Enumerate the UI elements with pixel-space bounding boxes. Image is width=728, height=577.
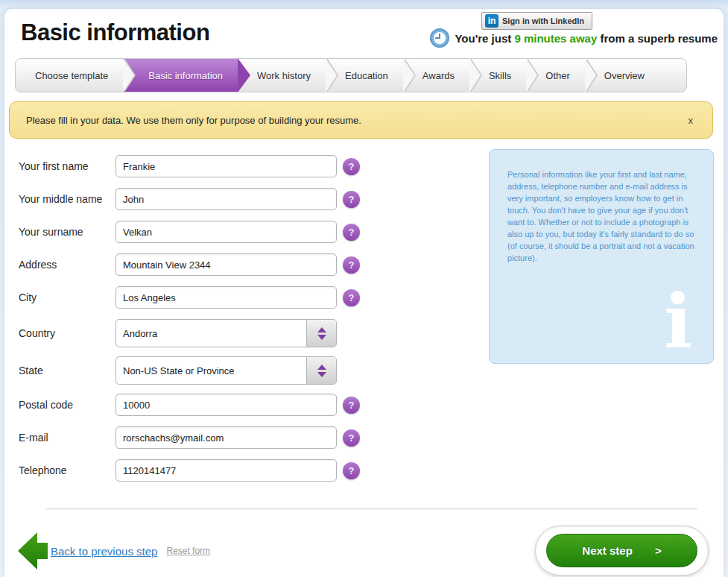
chevron-up-icon <box>317 327 326 332</box>
postal-code-label: Postal code <box>19 399 115 411</box>
form-row: Address ? <box>19 253 376 276</box>
minutes-highlight: 9 minutes away <box>514 32 597 45</box>
chevron-up-icon <box>317 365 326 370</box>
linkedin-signin-button[interactable]: in Sign in with LinkedIn <box>481 12 592 30</box>
email-label: E-mail <box>19 432 115 444</box>
first-name-label: Your first name <box>19 160 115 172</box>
form-row: Your surname ? <box>19 221 376 243</box>
info-panel-text: Personal information like your first and… <box>507 169 695 265</box>
surname-field[interactable] <box>115 221 337 243</box>
surname-label: Your surname <box>19 226 115 238</box>
help-icon[interactable]: ? <box>343 289 360 306</box>
next-step-label: Next step <box>582 544 633 557</box>
help-icon[interactable]: ? <box>343 191 360 208</box>
time-tagline: You're just 9 minutes away from a superb… <box>430 28 718 48</box>
notice-bar: Please fill in your data. We use them on… <box>9 101 713 139</box>
page-title: Basic information <box>21 19 209 46</box>
info-panel: Personal information like your first and… <box>489 149 714 364</box>
postal-code-field[interactable] <box>115 394 337 416</box>
help-icon[interactable]: ? <box>343 397 360 414</box>
help-icon[interactable]: ? <box>343 462 360 479</box>
notice-text: Please fill in your data. We use them on… <box>26 115 686 126</box>
clock-icon <box>430 28 449 48</box>
info-icon: i <box>664 284 692 359</box>
form-row: City ? <box>19 286 376 309</box>
middle-name-label: Your middle name <box>19 193 115 205</box>
telephone-label: Telephone <box>19 464 115 476</box>
help-icon[interactable]: ? <box>343 429 360 447</box>
next-arrow-icon: > <box>655 544 662 557</box>
city-field[interactable] <box>115 286 337 309</box>
form-row: Country Andorra <box>19 319 376 347</box>
main-panel: Basic information in Sign in with Linked… <box>4 9 724 577</box>
form-row: E-mail ? <box>19 426 376 449</box>
chevron-down-icon <box>317 372 326 377</box>
linkedin-signin-label: Sign in with LinkedIn <box>502 16 584 25</box>
first-name-field[interactable] <box>115 155 337 177</box>
help-icon[interactable]: ? <box>343 224 360 241</box>
telephone-field[interactable] <box>115 459 337 482</box>
help-icon[interactable]: ? <box>343 256 360 274</box>
back-to-previous-step-link[interactable]: Back to previous step <box>51 545 157 558</box>
tagline-text: You're just 9 minutes away from a superb… <box>455 32 718 45</box>
step-basic-information[interactable]: Basic information <box>123 59 238 92</box>
spinner-button[interactable] <box>306 357 336 384</box>
next-step-button-face: Next step > <box>546 534 697 567</box>
reset-form-link[interactable]: Reset form <box>166 546 210 556</box>
form-row: Your middle name ? <box>19 188 376 210</box>
step-work-history[interactable]: Work history <box>238 59 326 92</box>
address-field[interactable] <box>115 253 337 276</box>
close-icon[interactable]: x <box>686 112 697 129</box>
basic-info-form: Your first name ? Your middle name ? You… <box>19 155 376 492</box>
spinner-button[interactable] <box>306 320 336 347</box>
form-row: Postal code ? <box>19 394 376 416</box>
form-row: State Non-US State or Province <box>19 356 376 385</box>
form-row: Telephone ? <box>19 459 376 482</box>
step-navigation: Choose template Basic information Work h… <box>15 58 687 92</box>
next-step-button[interactable]: Next step > <box>535 526 709 576</box>
email-field[interactable] <box>115 426 337 449</box>
country-label: Country <box>19 327 115 339</box>
address-label: Address <box>19 259 115 271</box>
help-icon[interactable]: ? <box>343 158 360 175</box>
form-row: Your first name ? <box>19 155 376 177</box>
state-selected-value: Non-US State or Province <box>116 365 306 376</box>
city-label: City <box>19 291 115 303</box>
footer-divider <box>45 508 697 509</box>
middle-name-field[interactable] <box>115 188 337 210</box>
step-choose-template[interactable]: Choose template <box>16 59 123 92</box>
back-arrow-icon <box>18 531 48 571</box>
state-label: State <box>19 365 115 376</box>
chevron-down-icon <box>317 335 326 340</box>
back-navigation: Back to previous step Reset form <box>18 531 210 571</box>
linkedin-icon: in <box>485 14 498 28</box>
country-selected-value: Andorra <box>116 328 306 339</box>
country-select[interactable]: Andorra <box>115 319 337 347</box>
state-select[interactable]: Non-US State or Province <box>115 356 337 385</box>
